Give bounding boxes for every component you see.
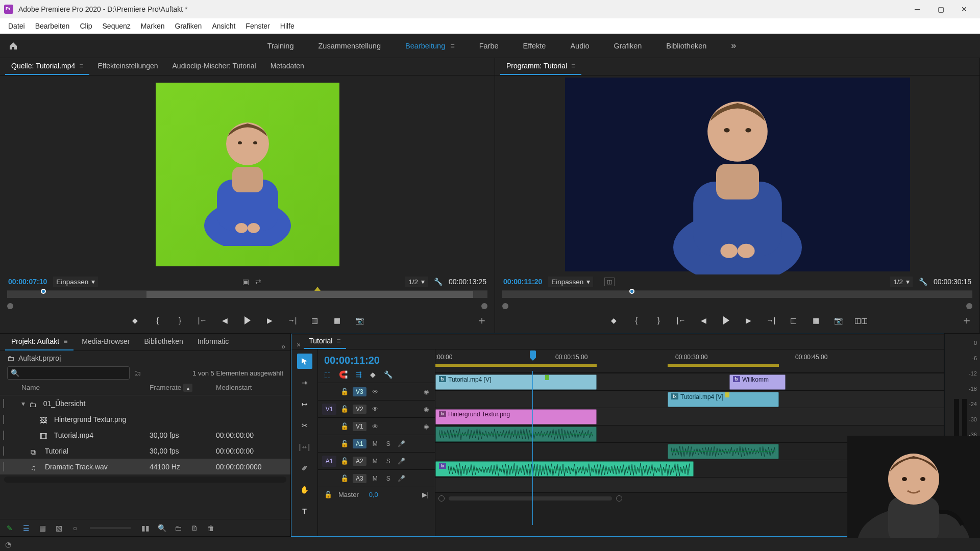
mute-button[interactable]: M	[371, 440, 380, 447]
program-vr-toggle-icon[interactable]: ◫	[604, 278, 615, 286]
master-lock-icon[interactable]: 🔓	[324, 491, 332, 498]
voice-over-icon[interactable]: 🎤	[397, 458, 406, 465]
hand-tool[interactable]: ✋	[297, 482, 312, 497]
source-only-audio-icon[interactable]: ⇄	[255, 278, 261, 286]
razor-tool[interactable]: ✂	[297, 418, 312, 433]
go-to-out-button[interactable]: →|	[766, 315, 777, 326]
project-row[interactable]: ♫ Dramatic Track.wav 44100 Hz 00:00:00:0…	[0, 459, 290, 474]
timeline-clip[interactable]	[668, 444, 779, 459]
menu-marken[interactable]: Marken	[136, 20, 170, 32]
menu-bearbeiten[interactable]: Bearbeiten	[30, 20, 75, 32]
slip-tool[interactable]: |↔|	[297, 439, 312, 455]
source-marker-out-icon[interactable]	[314, 287, 321, 291]
sequence-tab[interactable]: Tutorial≡	[304, 335, 346, 349]
pen-tool-icon[interactable]: ✎	[5, 523, 14, 533]
voice-over-icon[interactable]: 🎤	[397, 440, 406, 447]
video-track[interactable]: fxTutorial.mp4 [V]fxWillkomm	[435, 373, 944, 390]
timeline-clip[interactable]: fxHintergrund Textur.png	[435, 409, 597, 424]
voice-over-icon[interactable]: 🎤	[397, 475, 406, 482]
maximize-button[interactable]: ▢	[929, 2, 952, 17]
label-swatch[interactable]	[3, 462, 4, 471]
panel-menu-icon[interactable]: ≡	[79, 62, 83, 70]
track-target[interactable]: A2	[353, 457, 366, 466]
timeline-ruler[interactable]: :00:0000:00:15:0000:00:30:0000:00:45:00 …	[435, 349, 944, 373]
source-playhead[interactable]	[41, 289, 46, 294]
fx-badge-icon[interactable]: fx	[439, 463, 446, 469]
source-tab-effekteinstellungen[interactable]: Effekteinstellungen	[91, 59, 164, 75]
source-tab-quelle[interactable]: Quelle: Tutorial.mp4≡	[5, 59, 89, 75]
new-bin-icon[interactable]: 🗀	[174, 523, 183, 533]
column-name[interactable]: Name	[21, 384, 150, 392]
program-resolution-select[interactable]: 1/2 ▾	[890, 277, 913, 287]
timeline-timecode[interactable]: 00:00:11:20	[318, 349, 435, 368]
track-lock-icon[interactable]: 🔓	[340, 422, 349, 430]
overwrite-button[interactable]: ▦	[332, 315, 343, 326]
project-search-input[interactable]: 🔍	[7, 366, 130, 380]
source-marker-ruler[interactable]	[7, 290, 487, 305]
mute-button[interactable]: M	[371, 475, 380, 482]
step-back-button[interactable]: ◀	[219, 315, 231, 326]
label-swatch[interactable]	[3, 399, 4, 408]
program-timecode-current[interactable]: 00:00:11:20	[503, 278, 542, 286]
snap-toggle-icon[interactable]: 🧲	[339, 370, 348, 379]
home-button[interactable]	[6, 39, 20, 53]
step-back-button[interactable]: ◀	[698, 315, 709, 326]
selection-tool[interactable]	[297, 354, 312, 369]
sync-lock-icon[interactable]: ◉	[422, 388, 431, 395]
hzoom-left[interactable]	[438, 495, 445, 502]
ripple-edit-tool[interactable]: ↦	[297, 396, 312, 412]
workspace-audio[interactable]: Audio	[568, 37, 591, 55]
source-only-video-icon[interactable]: ▣	[242, 278, 249, 286]
project-row[interactable]: ⧉ Tutorial 30,00 fps 00:00:00:00	[0, 443, 290, 459]
label-swatch[interactable]	[3, 446, 4, 456]
mark-out-button[interactable]: }	[653, 315, 665, 326]
column-medienstart[interactable]: Medienstart	[216, 384, 287, 392]
master-output-icon[interactable]: ▶|	[422, 491, 429, 498]
video-track[interactable]: fxTutorial.mp4 [V]	[435, 390, 944, 408]
workspace-overflow-icon[interactable]: »	[731, 40, 736, 51]
source-tab-audioclipmischer[interactable]: Audioclip-Mischer: Tutorial	[166, 59, 262, 75]
menu-sequenz[interactable]: Sequenz	[97, 20, 136, 32]
nest-toggle-icon[interactable]: ⬚	[324, 370, 331, 379]
media-browser-tab[interactable]: Media-Browser	[76, 334, 136, 350]
timeline-clip[interactable]: fxTutorial.mp4 [V]	[435, 374, 597, 390]
new-item-icon[interactable]: 🗎	[190, 523, 199, 533]
source-monitor[interactable]	[156, 83, 339, 266]
menu-clip[interactable]: Clip	[75, 20, 97, 32]
go-to-out-button[interactable]: →|	[287, 315, 298, 326]
thumbnail-view-icon[interactable]: ▦	[38, 523, 47, 533]
freeform-view-icon[interactable]: ▧	[54, 523, 63, 533]
clip-marker-icon[interactable]	[545, 375, 549, 380]
workspace-farbe[interactable]: Farbe	[477, 37, 501, 55]
solo-button[interactable]: S	[384, 475, 393, 482]
info-tab[interactable]: Informatic	[191, 334, 235, 350]
close-tab-icon[interactable]: ×	[297, 341, 301, 349]
workspace-menu-icon[interactable]: ≡	[450, 42, 454, 50]
workspace-zusammenstellung[interactable]: Zusammenstellung	[316, 37, 383, 55]
pen-tool[interactable]: ✐	[297, 461, 312, 476]
workspace-grafiken[interactable]: Grafiken	[612, 37, 644, 55]
menu-grafiken[interactable]: Grafiken	[170, 20, 207, 32]
panel-menu-icon[interactable]: ≡	[63, 337, 67, 345]
minimize-button[interactable]: ─	[905, 2, 929, 17]
expand-toggle-icon[interactable]: ▾	[21, 399, 25, 408]
project-tab[interactable]: Projekt: Auftakt≡	[5, 334, 74, 350]
video-track[interactable]: fxHintergrund Textur.png	[435, 408, 944, 425]
menu-ansicht[interactable]: Ansicht	[207, 20, 240, 32]
source-patch[interactable]: V1	[322, 404, 336, 415]
project-row[interactable]: ▾ 🗀 01_Übersicht	[0, 395, 290, 411]
clip-marker-icon[interactable]	[725, 392, 729, 397]
program-monitor[interactable]	[565, 78, 910, 271]
track-visibility-icon[interactable]: 👁	[371, 423, 380, 430]
track-lock-icon[interactable]: 🔓	[340, 474, 349, 482]
track-visibility-icon[interactable]: 👁	[371, 406, 380, 413]
source-patch[interactable]: A1	[322, 456, 336, 467]
menu-hilfe[interactable]: Hilfe	[275, 20, 300, 32]
panel-menu-icon[interactable]: ≡	[336, 337, 340, 345]
export-frame-button[interactable]: 📷	[354, 315, 365, 326]
timeline-clip[interactable]: fxWillkomm	[729, 374, 786, 390]
add-marker-button[interactable]: ◆	[130, 315, 141, 326]
linked-selection-icon[interactable]: ⇶	[356, 370, 362, 379]
source-settings-icon[interactable]: 🔧	[434, 278, 443, 286]
timeline-hscroll[interactable]	[449, 496, 612, 500]
